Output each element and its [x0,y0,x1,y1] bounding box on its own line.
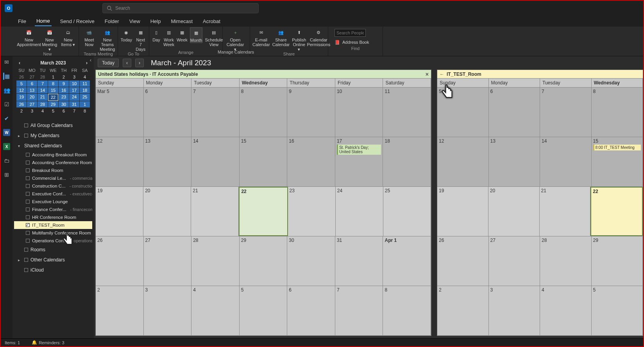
mini-day[interactable]: 25 [80,94,90,101]
day-cell[interactable]: 7 [191,88,240,137]
day-cell[interactable]: 17St. Patrick's Day; United States [335,137,383,186]
mini-day[interactable]: 1 [80,101,90,107]
day-cell[interactable]: 22 [239,187,288,236]
ribbon-share-calendar[interactable]: 👥Share Calendar [272,27,290,47]
mini-day[interactable]: 14 [38,87,48,93]
tree-all-group[interactable]: All Group Calendars [14,120,92,131]
day-cell[interactable]: 8 [240,88,288,137]
mini-day[interactable]: 6 [59,108,69,114]
day-cell[interactable]: 5 [240,286,288,335]
sidebar-collapse-icon[interactable]: ‹ [90,57,91,63]
status-reminders[interactable]: 🔔 Reminders: 3 [32,340,64,345]
day-cell[interactable]: 20 [143,187,191,236]
day-cell[interactable]: 6 [489,88,540,137]
day-cell[interactable]: 5 [437,88,489,137]
day-cell[interactable]: 13 [489,137,540,186]
day-cell[interactable]: 12 [96,137,144,186]
day-cell[interactable]: 6 [287,286,335,335]
day-cell[interactable]: 26 [96,236,144,286]
day-cell[interactable]: 11 [383,88,431,137]
day-cell[interactable]: 2 [437,286,489,335]
mini-next-icon[interactable]: › [86,60,88,66]
day-cell[interactable]: Mar 5 [96,88,144,137]
mini-day[interactable]: 2 [16,108,27,114]
ribbon-new-meeting-[interactable]: 📅New Meeting ▾ [41,27,58,52]
mini-day[interactable]: 26 [16,74,27,80]
mini-day[interactable]: 5 [16,80,27,87]
mini-day[interactable]: 20 [27,94,37,101]
day-cell[interactable]: 8 [592,88,643,137]
ribbon-new-items-[interactable]: 🗂New Items ▾ [60,27,77,47]
mini-day[interactable]: 22 [48,94,58,101]
day-cell[interactable]: 22 [590,187,643,236]
day-cell[interactable]: 4 [191,286,240,335]
shared-hr-conference-room[interactable]: HR Conference Room [14,213,92,221]
mini-day[interactable]: 30 [59,101,69,107]
tree-rooms[interactable]: Rooms [14,245,92,255]
day-cell[interactable]: 25 [383,187,431,236]
ribbon-calendar-permissions[interactable]: ⚙Calendar Permissions [308,27,329,47]
day-cell[interactable]: 12 [437,137,489,186]
day-cell[interactable]: 29 [592,236,643,286]
mini-day[interactable]: 11 [80,80,90,87]
mini-day[interactable]: 18 [80,87,90,93]
mini-day[interactable]: 19 [16,94,27,101]
menu-home[interactable]: Home [35,16,52,26]
mini-day[interactable]: 21 [38,94,48,101]
mini-day[interactable]: 13 [27,87,37,93]
ribbon-week[interactable]: ▦Week [177,27,188,42]
day-cell[interactable]: 8 [383,286,431,335]
next-range-button[interactable]: › [135,59,144,67]
menu-send---receive[interactable]: Send / Receive [59,17,96,26]
day-cell[interactable]: 10 [335,88,383,137]
ribbon-day[interactable]: ▯Day [152,27,161,42]
rail-tasks-icon[interactable]: ☑ [3,101,10,108]
day-cell[interactable]: 23 [288,187,336,236]
menu-file[interactable]: File [16,17,28,26]
rail-mail-icon[interactable]: ✉ [3,59,10,66]
shared-executive-lounge[interactable]: Executive Lounge [14,198,92,206]
day-cell[interactable]: 20 [488,187,540,236]
mini-day[interactable]: 4 [38,108,48,114]
tree-my-calendars[interactable]: ▸My Calendars [14,131,92,141]
shared-operations-con-[interactable]: Operations Con...- operationsco... [14,237,92,245]
ribbon-new-teams-meeting[interactable]: 👥New Teams Meeting [100,27,116,52]
tree-shared-calendars[interactable]: ▾Shared Calendars [14,141,92,151]
day-cell[interactable]: 3 [144,286,192,335]
menu-mimecast[interactable]: Mimecast [169,17,194,26]
menu-acrobat[interactable]: Acrobat [201,17,222,26]
rail-excel-icon[interactable]: X [3,143,10,150]
search-people-input[interactable] [335,29,366,37]
mini-day[interactable]: 27 [27,74,37,80]
shared-accounting-conference-room[interactable]: Accounting Conference Room [14,159,92,166]
mini-day[interactable]: 31 [69,101,79,107]
mini-day[interactable]: 1 [48,74,58,80]
day-cell[interactable]: 14 [540,137,592,186]
shared-it-test-room[interactable]: IT_TEST_Room [14,221,92,229]
mini-day[interactable]: 3 [69,74,79,80]
tree-other-calendars[interactable]: ▸Other Calendars [14,255,92,265]
day-cell[interactable]: 19 [437,187,488,236]
rail-files-icon[interactable]: 🗀 [3,157,10,164]
rail-calendar-icon[interactable]: ▦ [3,73,10,80]
rail-todo-icon[interactable]: ✔ [3,115,10,122]
shared-construction-c-[interactable]: Construction C...- constructionc... [14,182,92,190]
day-cell[interactable]: 18 [383,137,431,186]
mini-day[interactable]: 9 [59,80,69,87]
ribbon-next-days[interactable]: ▦Next 7 Days [135,27,147,52]
mini-day[interactable]: 15 [48,87,58,93]
panel-main-close-icon[interactable]: × [426,71,429,77]
ribbon-publish-online-[interactable]: ⬆Publish Online ▾ [292,27,306,52]
shared-multifamily-conference-room[interactable]: Multifamily Conference Room [14,229,92,237]
day-cell[interactable]: 24 [336,187,383,236]
day-cell[interactable]: 28 [540,236,592,286]
mini-day[interactable]: 26 [16,101,27,107]
manage-calendars-link[interactable]: Manage Calendars [218,50,254,54]
shared-breakout-room[interactable]: Breakout Room [14,166,92,174]
day-cell[interactable]: 19 [96,187,143,236]
mini-day[interactable]: 12 [16,87,27,93]
day-cell[interactable]: 158:00 IT_TEST Meeting [592,137,643,186]
day-cell[interactable]: 16 [287,137,335,186]
shared-finance-confer-[interactable]: Finance Confer...- financeconfer... [14,206,92,213]
rail-more-icon[interactable]: ⊞ [3,171,10,178]
